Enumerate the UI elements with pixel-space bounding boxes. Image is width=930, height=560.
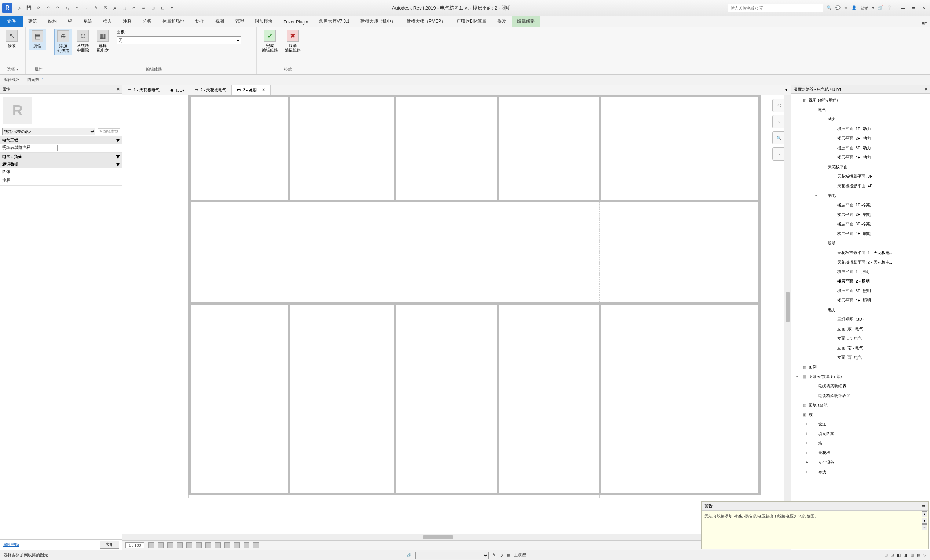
login-link[interactable]: 登录 [860,5,868,11]
vc-i11-icon[interactable] [243,542,249,548]
qa-section-icon[interactable]: ✂ [131,5,137,11]
tree-item[interactable]: 立面: 东 - 电气 [791,324,930,333]
cancel-button[interactable]: ✖取消 编辑线路 [282,29,303,54]
qa-pin-icon[interactable]: ✎ [92,5,99,11]
tree-item[interactable]: 楼层平面: 1 - 照明 [791,267,930,276]
tab-famlib[interactable]: 族库大师V7.3.1 [314,16,355,27]
sb-i3-icon[interactable]: ◧ [897,553,901,557]
tree-item[interactable]: 楼层平面: 3F -照明 [791,286,930,295]
tab-steel[interactable]: 钢 [62,16,78,27]
tab-massing[interactable]: 体量和场地 [157,16,190,27]
tree-item[interactable]: −电力 [791,305,930,315]
exchange-icon[interactable]: 🛒 [878,6,883,10]
vc-i9-icon[interactable] [225,542,230,548]
warning-expand-icon[interactable]: ≡ [922,525,927,530]
ribbon-collapse-icon[interactable]: ▣▾ [918,19,930,27]
search-input[interactable] [728,4,823,12]
tree-item[interactable]: 楼层平面: 2 - 照明 [791,276,930,286]
nav-home-icon[interactable]: ⌂ [772,115,785,128]
tree-item[interactable]: 楼层平面: 1F -动力 [791,124,930,133]
vc-hide-icon[interactable] [196,542,202,548]
qa-open-icon[interactable]: ▷ [16,5,23,11]
qa-dd-icon[interactable]: ▾ [169,5,175,11]
tab-systems[interactable]: 系统 [78,16,97,27]
horizontal-scrollbar[interactable] [123,534,791,540]
qa-text-icon[interactable]: A [111,5,118,11]
tab-file[interactable]: 文件 [0,16,23,27]
drawing-canvas[interactable]: 2D ⌂ 🔍 ▾ [123,95,791,534]
tree-item[interactable]: 楼层平面: 2F -弱电 [791,210,930,219]
tree-item[interactable]: 电缆桥架明细表 2 [791,391,930,400]
vc-i8-icon[interactable] [215,542,221,548]
tab-fuzor[interactable]: Fuzor Plugin [278,17,314,27]
help-icon[interactable]: ❔ [887,6,892,10]
tree-item[interactable]: 三维视图: {3D} [791,315,930,324]
tab-insert[interactable]: 插入 [97,16,117,27]
row-annotation-input[interactable] [57,145,120,151]
qa-redo-icon[interactable]: ↷ [54,5,61,11]
type-selector[interactable]: 线路: <未命名> [2,128,95,135]
vc-shadow-icon[interactable] [177,542,183,548]
sb-i4-icon[interactable]: ◨ [904,553,907,557]
vtab-3[interactable]: ▭2 - 照明✕ [232,85,271,95]
tree-item[interactable]: +墙 [791,438,930,448]
tab-modify[interactable]: 修改 [492,16,511,27]
tab-addins[interactable]: 附加模块 [249,16,278,27]
nav-2d-icon[interactable]: 2D [772,99,785,112]
qa-3d-icon[interactable]: ⬚ [121,5,128,11]
tab-manage[interactable]: 管理 [229,16,249,27]
tree-item[interactable]: 楼层平面: 4F -照明 [791,295,930,305]
qa-align-icon[interactable]: ⇱ [102,5,109,11]
status-link-icon[interactable]: 🔗 [407,553,412,557]
tab-pmep[interactable]: 建模大师（PMEP） [401,16,451,27]
tree-item[interactable]: +导线 [791,467,930,476]
properties-button[interactable]: ▤属性 [29,29,46,50]
row-note-value[interactable] [55,177,122,186]
sb-i2-icon[interactable]: ⊡ [891,553,894,557]
maximize-icon[interactable]: ▭ [910,4,918,12]
tab-view[interactable]: 视图 [210,16,229,27]
tree-item[interactable]: 楼层平面: 3F -动力 [791,143,930,152]
sb-i5-icon[interactable]: ▥ [910,553,914,557]
tab-analyze[interactable]: 分析 [137,16,157,27]
tree-item[interactable]: 立面: 西 -电气 [791,353,930,362]
tree-item[interactable]: −弱电 [791,190,930,200]
select-panel-button[interactable]: ▦选择 配电盘 [94,29,111,54]
cat-electrical[interactable]: 电气工程⯆ [0,137,122,144]
tree-item[interactable]: 天花板投影平面: 1 - 天花板电… [791,248,930,257]
tree-item[interactable]: −照明 [791,238,930,248]
vc-style-icon[interactable] [158,542,163,548]
tree-item[interactable]: 天花板投影平面: 4F [791,181,930,190]
login-dd-icon[interactable]: ▾ [872,6,874,10]
cat-identity[interactable]: 标识数据⯆ [0,161,122,168]
qa-close-icon[interactable]: ⊞ [149,5,156,11]
cat-load[interactable]: 电气 - 负荷⯆ [0,153,122,161]
tab-collab[interactable]: 协作 [190,16,210,27]
tree-item[interactable]: 楼层平面: 2F -动力 [791,133,930,143]
tree-item[interactable]: −◧视图 (类型/规程) [791,95,930,105]
properties-help-link[interactable]: 属性帮助 [3,542,19,548]
remove-from-circuit-button[interactable]: ⊖从线路 中删除 [74,29,92,54]
tree-item[interactable]: 电缆桥架明细表 [791,381,930,391]
vtab-0[interactable]: ▭1 - 天花板电气 [123,85,165,95]
vc-reveal-icon[interactable] [205,542,211,548]
tree-item[interactable]: 楼层平面: 1F -弱电 [791,200,930,210]
tree-item[interactable]: 立面: 南 - 电气 [791,343,930,353]
vc-i10-icon[interactable] [234,542,240,548]
tree-item[interactable]: 天花板投影平面: 2 - 天花板电… [791,257,930,267]
tree-item[interactable]: −▤明细表/数量 (全部) [791,371,930,381]
tree-item[interactable]: 天花板投影平面: 3F [791,172,930,181]
tab-arch[interactable]: 建筑 [23,16,43,27]
vtab-2[interactable]: ▭2 - 天花板电气 [189,85,232,95]
vtab-1[interactable]: ◉{3D} [165,85,189,95]
minimize-icon[interactable]: — [899,4,907,12]
qa-sync-icon[interactable]: ⟳ [35,5,42,11]
tree-item[interactable]: 立面: 北 -电气 [791,333,930,343]
browser-close-icon[interactable]: ✕ [924,87,928,92]
apply-button[interactable]: 应用 [100,541,119,549]
row-image-value[interactable] [55,168,122,176]
qa-measure-icon[interactable]: ≡ [73,5,80,11]
warning-close-icon[interactable]: ▭ [922,503,925,508]
modify-button[interactable]: ↖修改 [3,29,20,49]
tab-annotate[interactable]: 注释 [117,16,137,27]
